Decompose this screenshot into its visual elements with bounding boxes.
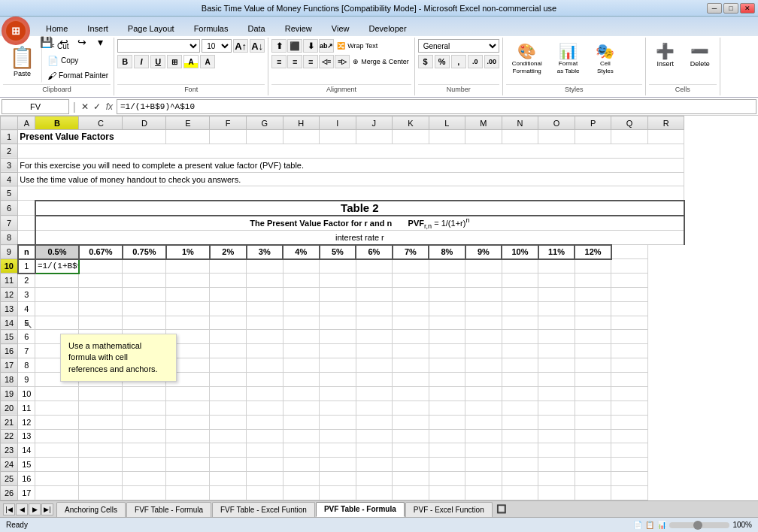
sheet-tab-fvf-excel[interactable]: FVF Table - Excel Funtion — [212, 502, 315, 517]
cell-f9[interactable]: 2% — [210, 245, 247, 259]
maximize-button[interactable]: □ — [723, 3, 738, 14]
view-layout-button[interactable]: 📋 — [645, 521, 654, 529]
cell-k10[interactable] — [393, 259, 429, 274]
cell-a7[interactable] — [18, 216, 35, 231]
tab-formulas[interactable]: Formulas — [184, 20, 238, 36]
font-size-select[interactable]: 10 — [202, 39, 232, 53]
col-header-k[interactable]: K — [393, 116, 429, 130]
bold-button[interactable]: B — [117, 55, 132, 68]
confirm-formula-button[interactable]: ✓ — [92, 101, 102, 112]
conditional-formatting-button[interactable]: 🎨 ConditionalFormatting — [506, 39, 548, 77]
cell-a16[interactable]: 7 — [18, 344, 35, 358]
zoom-slider[interactable] — [669, 522, 729, 528]
align-left-button[interactable]: ≡ — [271, 55, 287, 68]
col-header-o[interactable]: O — [538, 116, 575, 130]
cell-g1[interactable] — [247, 130, 283, 144]
cell-a20[interactable]: 11 — [18, 401, 35, 415]
cell-j9[interactable]: 6% — [356, 245, 393, 259]
paste-button[interactable]: 📋 Paste — [3, 39, 42, 83]
cell-a8[interactable] — [18, 231, 35, 245]
sheet-tab-anchoring[interactable]: Anchoring Cells — [56, 502, 126, 517]
col-header-g[interactable]: G — [247, 116, 283, 130]
sheet-tab-pvf-excel[interactable]: PVF - Excel Function — [405, 502, 493, 517]
last-sheet-button[interactable]: ▶| — [41, 503, 53, 515]
col-header-b[interactable]: B — [35, 116, 79, 130]
cell-q1[interactable] — [611, 130, 648, 144]
cell-a12[interactable]: 3 — [18, 287, 35, 301]
row-header-12[interactable]: 12 — [1, 287, 18, 301]
cell-a21[interactable]: 12 — [18, 415, 35, 429]
decrease-decimal-button[interactable]: .0 — [468, 55, 483, 68]
format-painter-button[interactable]: 🖌 Format Painter — [45, 70, 111, 82]
col-header-a[interactable]: A — [18, 116, 35, 130]
office-button[interactable]: ⊞ — [2, 17, 30, 45]
cell-a22[interactable]: 13 — [18, 429, 35, 443]
fill-color-button[interactable]: A — [183, 55, 199, 68]
align-bottom-button[interactable]: ⬇ — [303, 39, 318, 53]
cell-p9[interactable]: 12% — [575, 245, 611, 259]
cell-a19[interactable]: 10 — [18, 386, 35, 401]
col-header-f[interactable]: F — [210, 116, 247, 130]
cell-n10[interactable] — [502, 259, 538, 274]
row-header-11[interactable]: 11 — [1, 274, 18, 288]
cancel-formula-button[interactable]: ✕ — [80, 101, 90, 112]
cell-j1[interactable] — [356, 130, 393, 144]
row-header-2[interactable]: 2 — [1, 144, 18, 158]
cell-q10[interactable] — [611, 259, 648, 274]
number-format-select[interactable]: General — [418, 39, 499, 53]
cell-a2[interactable] — [18, 144, 684, 158]
row-header-21[interactable]: 21 — [1, 415, 18, 429]
row-header-3[interactable]: 3 — [1, 158, 18, 172]
row-header-7[interactable]: 7 — [1, 216, 18, 231]
tab-review[interactable]: Review — [275, 20, 322, 36]
cell-b9[interactable]: 0.5% — [35, 245, 79, 259]
row-header-20[interactable]: 20 — [1, 401, 18, 415]
row-header-22[interactable]: 22 — [1, 429, 18, 443]
col-header-c[interactable]: C — [79, 116, 123, 130]
col-header-r[interactable]: R — [647, 116, 684, 130]
cell-e1[interactable] — [166, 130, 210, 144]
cell-m1[interactable] — [465, 130, 502, 144]
cell-b11[interactable] — [35, 274, 79, 288]
col-header-n[interactable]: N — [502, 116, 538, 130]
row-header-25[interactable]: 25 — [1, 472, 18, 486]
align-middle-button[interactable]: ⬛ — [287, 39, 302, 53]
cell-l10[interactable] — [429, 259, 465, 274]
cell-h1[interactable] — [283, 130, 320, 144]
prev-sheet-button[interactable]: ◀ — [16, 503, 28, 515]
cell-a17[interactable]: 8 — [18, 358, 35, 373]
col-header-q[interactable]: Q — [611, 116, 648, 130]
cell-q9[interactable] — [611, 245, 648, 259]
align-center-button[interactable]: ≡ — [287, 55, 302, 68]
decrease-font-button[interactable]: A↓ — [250, 39, 265, 53]
sheet-tab-extra[interactable]: 🔲 — [496, 504, 507, 514]
cell-r1[interactable] — [647, 130, 684, 144]
cell-b6[interactable]: Table 2 — [35, 201, 684, 216]
delete-cells-button[interactable]: ➖ Delete — [684, 39, 717, 71]
cell-e9[interactable]: 1% — [166, 245, 210, 259]
underline-button[interactable]: U — [150, 55, 165, 68]
row-header-6[interactable]: 6 — [1, 201, 18, 216]
cell-a15[interactable]: 6 — [18, 330, 35, 344]
close-button[interactable]: ✕ — [740, 3, 755, 14]
row-header-4[interactable]: 4 — [1, 172, 18, 186]
cell-a9[interactable]: n — [18, 245, 35, 259]
cell-a5[interactable] — [18, 186, 684, 201]
accounting-format-button[interactable]: $ — [418, 55, 433, 68]
cell-b7[interactable]: The Present Value Factor for r and n PVF… — [35, 216, 684, 231]
cell-m10[interactable] — [465, 259, 502, 274]
cell-i9[interactable]: 5% — [320, 245, 356, 259]
view-break-button[interactable]: 📊 — [657, 521, 666, 529]
cell-a1[interactable]: Present Value Factors — [18, 130, 166, 144]
qat-dropdown[interactable]: ▾ — [92, 35, 108, 50]
cell-styles-button[interactable]: 🎭 CellStyles — [588, 39, 622, 77]
cell-k1[interactable] — [393, 130, 429, 144]
row-header-26[interactable]: 26 — [1, 485, 18, 500]
orientation-button[interactable]: ab↗ — [319, 39, 334, 53]
row-header-8[interactable]: 8 — [1, 231, 18, 245]
cell-i10[interactable] — [320, 259, 356, 274]
cell-o10[interactable] — [538, 259, 575, 274]
tab-data[interactable]: Data — [238, 20, 274, 36]
cell-f10[interactable] — [210, 259, 247, 274]
tab-developer[interactable]: Developer — [359, 20, 416, 36]
